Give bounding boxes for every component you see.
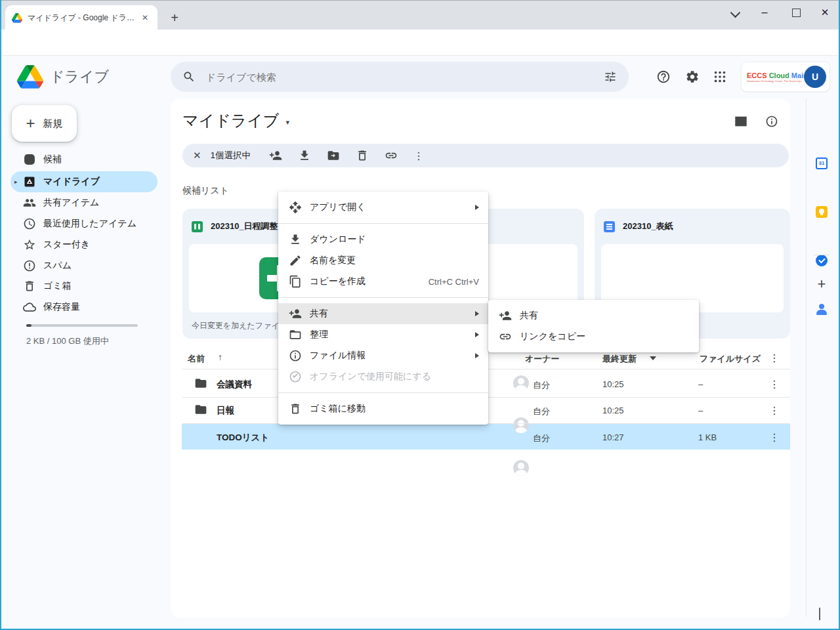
menu-item-open-with[interactable]: アプリで開く [278,197,488,218]
row-more-button[interactable]: ⋮ [769,404,780,417]
download-selected-button[interactable] [298,149,311,162]
trash-icon [356,149,369,162]
owner-avatar-icon [513,417,529,433]
info-icon [289,349,302,362]
list-settings-button[interactable]: ⋮ [769,352,780,364]
browser-toolbar: drive.google.com/drive/my-drive ☆ U ⋮ [0,30,840,56]
sidebar-item-spam[interactable]: スパム [10,255,158,276]
menu-item-move-to-trash[interactable]: ゴミ箱に移動 [278,398,488,419]
sidebar-item-storage[interactable]: 保存容量 [10,297,158,318]
more-actions-button[interactable]: ⋮ [413,150,424,162]
tab-close-icon[interactable]: ✕ [139,12,151,24]
share-selected-button[interactable] [269,149,282,162]
window-maximize-button[interactable] [785,3,807,22]
contacts-app-icon[interactable] [816,303,828,315]
sidebar-item-my-drive[interactable]: ▸ マイドライブ [10,171,158,192]
menu-item-organize[interactable]: 整理 [278,324,488,345]
drive-logo[interactable] [17,65,43,89]
search-options-icon[interactable] [604,70,617,83]
gear-icon [685,70,700,84]
trash-icon [23,280,36,293]
approved-check-icon [23,153,36,166]
plus-icon: + [26,116,35,131]
tab-search-button[interactable] [724,3,746,22]
sidebar-item-starred[interactable]: スター付き [10,234,158,255]
sort-ascending-icon[interactable]: ↑ [218,352,222,362]
submenu-item-copy-link[interactable]: リンクをコピー [488,326,699,347]
expand-caret-icon[interactable]: ▸ [14,178,18,185]
clear-selection-button[interactable]: ✕ [193,150,201,161]
folder-icon [194,377,207,390]
share-submenu: 共有 リンクをコピー [488,300,699,352]
row-more-button[interactable]: ⋮ [769,378,780,390]
download-icon [289,233,302,246]
menu-item-offline: オフラインで使用可能にする [278,366,488,387]
sidebar-item-trash[interactable]: ゴミ箱 [10,276,158,297]
page-title: マイドライブ [182,110,279,131]
sidebar-item-recent[interactable]: 最近使用したアイテム [10,213,158,234]
trash-selected-button[interactable] [356,149,369,162]
settings-button[interactable] [685,70,700,84]
collapse-panel-button[interactable] [819,608,820,620]
new-button[interactable]: + 新規 [12,105,77,142]
menu-item-download[interactable]: ダウンロード [278,229,488,250]
grid-view-toggle[interactable] [734,114,748,129]
person-add-icon [289,307,302,320]
column-header-owner[interactable]: オーナー [525,353,560,365]
sidebar-item-suggestions[interactable]: 候補 [10,149,158,170]
trash-icon [289,402,302,415]
menu-item-rename[interactable]: 名前を変更 [278,250,488,271]
search-icon [182,70,196,83]
search-bar[interactable] [171,62,629,92]
shortcut-hint: Ctrl+C Ctrl+V [429,277,479,287]
divider [814,255,830,255]
add-addon-button[interactable]: + [814,277,829,291]
column-header-size[interactable]: ファイルサイズ [700,353,761,365]
drive-favicon-icon [12,13,22,23]
menu-item-file-info[interactable]: ファイル情報 [278,345,488,366]
menu-item-share[interactable]: 共有 [278,303,488,324]
tasks-app-icon[interactable] [816,255,828,266]
row-more-button[interactable]: ⋮ [769,431,780,444]
copy-link-button[interactable] [385,149,398,162]
account-badge[interactable]: ECCS Cloud Mail Information Technology C… [742,62,830,91]
folder-open-icon [289,328,302,341]
docs-file-icon [604,221,615,232]
copy-icon [289,275,302,288]
new-tab-button[interactable]: + [165,9,184,27]
person-add-icon [269,149,282,162]
tab-title: マイドライブ - Google ドライブ [28,12,139,24]
download-icon [298,149,311,162]
link-icon [385,149,398,162]
browser-tab[interactable]: マイドライブ - Google ドライブ ✕ [5,5,158,30]
apps-grid-button[interactable] [713,70,727,84]
move-selected-button[interactable] [327,149,340,162]
selection-count: 1個選択中 [211,150,251,161]
window-frame-left [0,0,1,630]
suggestions-section-label: 候補リスト [182,185,229,197]
calendar-app-icon[interactable] [816,158,828,169]
submenu-arrow-icon [475,332,479,337]
submenu-item-share[interactable]: 共有 [488,305,699,326]
window-close-button[interactable]: ✕ [814,3,836,22]
sort-descending-icon[interactable] [650,356,656,360]
maximize-icon [792,9,801,17]
details-button[interactable] [765,115,778,128]
title-dropdown-icon[interactable]: ▾ [285,116,289,127]
sheets-file-icon [192,221,203,232]
column-header-name[interactable]: 名前 [188,353,205,365]
app-name: ドライブ [50,67,109,87]
keep-app-icon[interactable] [816,206,828,218]
breadcrumb[interactable]: マイドライブ ▾ [182,110,289,131]
search-input[interactable] [205,71,604,83]
help-button[interactable] [656,70,671,84]
link-icon [499,330,512,343]
account-avatar[interactable]: U [804,66,826,88]
cloud-icon [23,301,36,314]
window-minimize-button[interactable]: – [753,3,776,22]
divider [278,223,488,224]
menu-item-make-copy[interactable]: コピーを作成 Ctrl+C Ctrl+V [278,271,488,292]
owner-avatar-icon [513,375,529,391]
column-header-modified[interactable]: 最終更新 [602,353,637,365]
sidebar-item-shared[interactable]: 共有アイテム [10,192,158,213]
